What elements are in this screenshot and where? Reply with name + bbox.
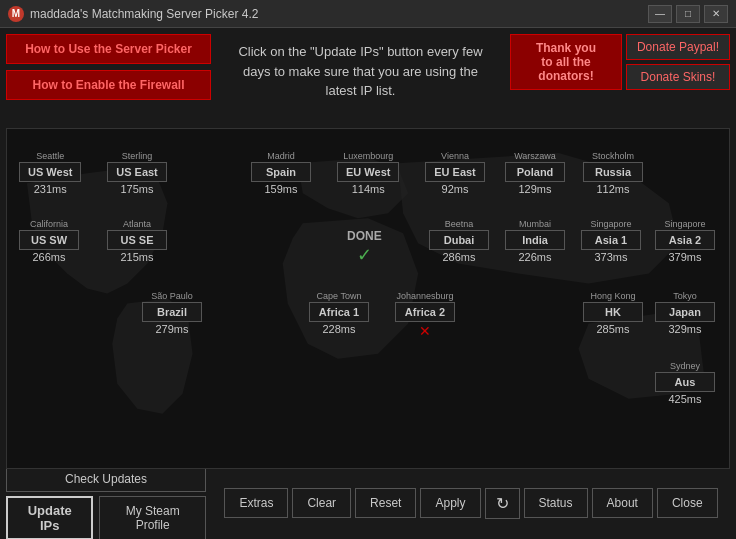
- server-btn-asia1[interactable]: Asia 1: [581, 230, 641, 250]
- node-ms-poland: 129ms: [518, 183, 551, 195]
- update-ips-button[interactable]: Update IPs: [6, 496, 93, 539]
- about-button[interactable]: About: [592, 488, 653, 518]
- server-node-eu-west: Luxembourg EU West 114ms: [337, 151, 399, 195]
- server-btn-eu-east[interactable]: EU East: [425, 162, 485, 182]
- node-region-brazil: São Paulo: [151, 291, 193, 301]
- server-btn-poland[interactable]: Poland: [505, 162, 565, 182]
- done-check: ✓: [357, 244, 372, 266]
- server-btn-hk[interactable]: HK: [583, 302, 643, 322]
- server-btn-us-west[interactable]: US West: [19, 162, 81, 182]
- title-bar-text: maddada's Matchmaking Server Picker 4.2: [30, 7, 648, 21]
- apply-button[interactable]: Apply: [420, 488, 480, 518]
- server-node-spain: Madrid Spain 159ms: [251, 151, 311, 195]
- node-ms-asia1: 373ms: [594, 251, 627, 263]
- server-node-asia1: Singapore Asia 1 373ms: [581, 219, 641, 263]
- node-region-africa1: Cape Town: [317, 291, 362, 301]
- node-region-spain: Madrid: [267, 151, 295, 161]
- node-region-india: Mumbai: [519, 219, 551, 229]
- node-ms-us-west: 231ms: [34, 183, 67, 195]
- node-ms-aus: 425ms: [668, 393, 701, 405]
- node-region-poland: Warszawa: [514, 151, 556, 161]
- refresh-button[interactable]: ↻: [485, 488, 520, 519]
- bottom-left-section: Check Updates Update IPs My Steam Profil…: [6, 466, 206, 539]
- node-ms-india: 226ms: [518, 251, 551, 263]
- server-btn-russia[interactable]: Russia: [583, 162, 643, 182]
- server-btn-asia2[interactable]: Asia 2: [655, 230, 715, 250]
- server-btn-dubai[interactable]: Dubai: [429, 230, 489, 250]
- donate-paypal-button[interactable]: Donate Paypal!: [626, 34, 730, 60]
- check-updates-button[interactable]: Check Updates: [6, 466, 206, 492]
- server-node-poland: Warszawa Poland 129ms: [505, 151, 565, 195]
- server-map: Seattle US West 231ms Sterling US East 1…: [6, 128, 730, 469]
- node-ms-asia2: 379ms: [668, 251, 701, 263]
- server-btn-spain[interactable]: Spain: [251, 162, 311, 182]
- server-node-asia2: Singapore Asia 2 379ms: [655, 219, 715, 263]
- server-btn-india[interactable]: India: [505, 230, 565, 250]
- server-node-us-sw: California US SW 266ms: [19, 219, 79, 263]
- steam-profile-button[interactable]: My Steam Profile: [99, 496, 206, 539]
- tutorial-buttons: How to Use the Server Picker How to Enab…: [6, 34, 211, 100]
- server-btn-africa2[interactable]: Africa 2: [395, 302, 455, 322]
- node-ms-hk: 285ms: [596, 323, 629, 335]
- how-to-server-picker-button[interactable]: How to Use the Server Picker: [6, 34, 211, 64]
- server-node-us-se: Atlanta US SE 215ms: [107, 219, 167, 263]
- server-node-brazil: São Paulo Brazil 279ms: [142, 291, 202, 335]
- server-btn-us-sw[interactable]: US SW: [19, 230, 79, 250]
- node-region-africa2: Johannesburg: [396, 291, 453, 301]
- donate-skins-button[interactable]: Donate Skins!: [626, 64, 730, 90]
- server-btn-africa1[interactable]: Africa 1: [309, 302, 369, 322]
- right-section: Thank you to all the donators! Donate Pa…: [510, 34, 730, 90]
- clear-button[interactable]: Clear: [292, 488, 351, 518]
- node-region-us-se: Atlanta: [123, 219, 151, 229]
- server-node-hk: Hong Kong HK 285ms: [583, 291, 643, 335]
- server-btn-us-east[interactable]: US East: [107, 162, 167, 182]
- main-container: How to Use the Server Picker How to Enab…: [0, 28, 736, 539]
- server-node-dubai: Beetna Dubai 286ms: [429, 219, 489, 263]
- close-button[interactable]: Close: [657, 488, 718, 518]
- node-region-eu-west: Luxembourg: [343, 151, 393, 161]
- reset-button[interactable]: Reset: [355, 488, 416, 518]
- status-button[interactable]: Status: [524, 488, 588, 518]
- server-node-africa1: Cape Town Africa 1 228ms: [309, 291, 369, 335]
- extras-button[interactable]: Extras: [224, 488, 288, 518]
- node-region-us-sw: California: [30, 219, 68, 229]
- server-node-africa2: Johannesburg Africa 2 ✕: [395, 291, 455, 339]
- server-btn-japan[interactable]: Japan: [655, 302, 715, 322]
- node-ms-us-se: 215ms: [120, 251, 153, 263]
- how-to-firewall-button[interactable]: How to Enable the Firewall: [6, 70, 211, 100]
- maximize-button[interactable]: □: [676, 5, 700, 23]
- update-notice: Click on the "Update IPs" button every f…: [219, 34, 502, 109]
- donate-section: Donate Paypal! Donate Skins!: [626, 34, 730, 90]
- node-region-eu-east: Vienna: [441, 151, 469, 161]
- server-node-india: Mumbai India 226ms: [505, 219, 565, 263]
- node-ms-africa2: ✕: [419, 323, 431, 339]
- thank-you-box: Thank you to all the donators!: [510, 34, 622, 90]
- server-btn-brazil[interactable]: Brazil: [142, 302, 202, 322]
- node-ms-eu-east: 92ms: [442, 183, 469, 195]
- node-ms-dubai: 286ms: [442, 251, 475, 263]
- server-btn-us-se[interactable]: US SE: [107, 230, 167, 250]
- server-node-us-west: Seattle US West 231ms: [19, 151, 81, 195]
- server-node-done: DONE ✓: [347, 229, 382, 266]
- node-region-us-east: Sterling: [122, 151, 153, 161]
- node-region-hk: Hong Kong: [590, 291, 635, 301]
- node-region-asia2: Singapore: [664, 219, 705, 229]
- server-node-aus: Sydney Aus 425ms: [655, 361, 715, 405]
- window-close-button[interactable]: ✕: [704, 5, 728, 23]
- node-region-asia1: Singapore: [590, 219, 631, 229]
- node-region-aus: Sydney: [670, 361, 700, 371]
- server-btn-aus[interactable]: Aus: [655, 372, 715, 392]
- server-node-eu-east: Vienna EU East 92ms: [425, 151, 485, 195]
- node-region-russia: Stockholm: [592, 151, 634, 161]
- server-node-us-east: Sterling US East 175ms: [107, 151, 167, 195]
- minimize-button[interactable]: —: [648, 5, 672, 23]
- bottom-bar: Check Updates Update IPs My Steam Profil…: [6, 473, 730, 533]
- server-btn-eu-west[interactable]: EU West: [337, 162, 399, 182]
- node-region-japan: Tokyo: [673, 291, 697, 301]
- node-ms-japan: 329ms: [668, 323, 701, 335]
- node-ms-us-sw: 266ms: [32, 251, 65, 263]
- bottom-mid-section: Extras Clear Reset Apply ↻ Status About …: [212, 488, 730, 519]
- node-ms-brazil: 279ms: [155, 323, 188, 335]
- done-label: DONE: [347, 229, 382, 243]
- node-ms-africa1: 228ms: [322, 323, 355, 335]
